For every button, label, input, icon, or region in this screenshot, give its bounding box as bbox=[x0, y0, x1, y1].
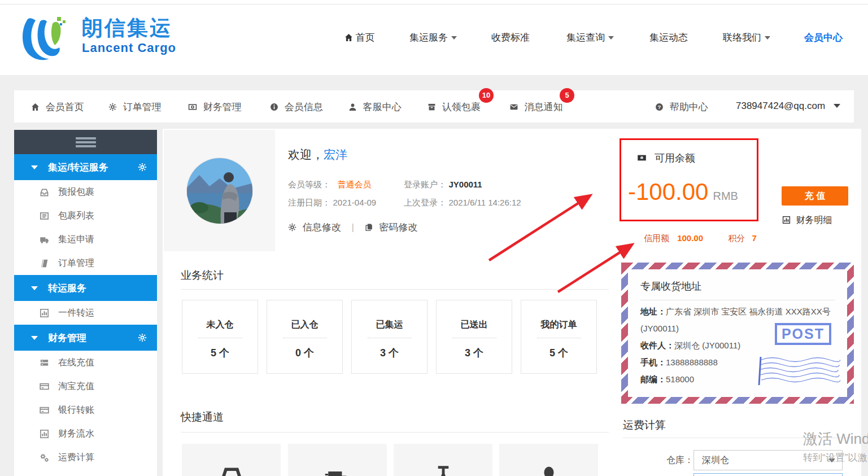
balance-box: 1 可用余额 -100.00RMB bbox=[620, 138, 758, 221]
chevron-down-icon bbox=[608, 36, 614, 40]
sidebar-item-package-list[interactable]: 包裹列表 bbox=[14, 204, 157, 228]
topnav-contact[interactable]: 联络我们 bbox=[723, 31, 770, 44]
sidebar-item-finance-flow[interactable]: 财务流水 bbox=[14, 422, 157, 446]
sidebar-item-consolidation-apply[interactable]: 集运申请 bbox=[14, 228, 157, 251]
register-date-value: 2021-04-09 bbox=[333, 198, 376, 207]
book-icon bbox=[40, 259, 49, 268]
finance-detail-link[interactable]: 财务明细 bbox=[782, 215, 832, 226]
mnav-notifications[interactable]: 消息通知 bbox=[509, 101, 563, 113]
member-level-row: 会员等级： 普通会员 bbox=[288, 180, 371, 190]
quick-card-service[interactable] bbox=[499, 444, 598, 476]
topnav-pricing[interactable]: 收费标准 bbox=[491, 31, 530, 44]
sidebar-item-freight-calc[interactable]: 运费计算 bbox=[14, 446, 157, 469]
welcome-line: 欢迎，宏洋 bbox=[288, 147, 347, 163]
sidebar-item-my-points[interactable]: 我的积分 bbox=[14, 469, 157, 476]
topnav-home[interactable]: 首页 bbox=[344, 31, 375, 44]
gear-icon[interactable] bbox=[138, 333, 147, 342]
mnav-orders[interactable]: 订单管理 bbox=[108, 101, 162, 113]
copy-icon bbox=[365, 223, 373, 232]
avatar-block bbox=[164, 130, 275, 251]
quick-card-forecast[interactable] bbox=[182, 444, 281, 476]
mnav-help-center[interactable]: ? 帮助中心 bbox=[655, 101, 708, 113]
money-icon bbox=[188, 103, 197, 111]
card-icon bbox=[40, 382, 49, 391]
package-icon bbox=[428, 103, 436, 111]
chart-icon bbox=[782, 216, 791, 224]
account-email: 738947424@qq.com bbox=[736, 101, 825, 111]
sidebar-item-forecast-package[interactable]: 预报包裹 bbox=[14, 180, 157, 204]
freight-input[interactable] bbox=[693, 473, 843, 476]
sidebar-item-online-recharge[interactable]: 在线充值 bbox=[14, 351, 157, 374]
recharge-button[interactable]: 充 值 bbox=[782, 186, 848, 206]
balance-title: 1 可用余额 bbox=[636, 151, 695, 165]
stats-divider bbox=[181, 289, 609, 290]
svg-text:?: ? bbox=[658, 104, 661, 110]
username-link[interactable]: 宏洋 bbox=[324, 148, 347, 161]
caret-down-icon bbox=[31, 165, 38, 169]
credit-row: 信用额 100.00 积分 7 bbox=[644, 233, 757, 244]
truck-icon bbox=[40, 235, 49, 244]
card-icon bbox=[40, 405, 49, 415]
topnav-news[interactable]: 集运动态 bbox=[649, 31, 688, 44]
home-icon bbox=[344, 33, 353, 42]
address-line: 地址：广东省 深圳市 宝安区 福永街道 XXX路XX号 bbox=[640, 305, 835, 317]
logo-mark-icon bbox=[20, 16, 76, 63]
logo-text-cn: 朗信集运 bbox=[82, 16, 176, 41]
warehouse-label: 仓库： bbox=[666, 455, 693, 466]
sidebar-item-order-management[interactable]: 订单管理 bbox=[14, 251, 157, 275]
caret-down-icon bbox=[31, 286, 38, 290]
svg-text:1: 1 bbox=[641, 156, 643, 160]
member-level-value: 普通会员 bbox=[337, 180, 371, 189]
quick-card-freight-calc[interactable] bbox=[394, 444, 492, 476]
stat-card-not-in-warehouse[interactable]: 未入仓 5 个 bbox=[182, 300, 258, 374]
topnav-member-center[interactable]: 会员中心 bbox=[804, 31, 843, 44]
mnav-support[interactable]: 客服中心 bbox=[348, 101, 402, 113]
sidebar-item-single-transfer[interactable]: 一件转运 bbox=[14, 301, 157, 325]
sidebar-section-consolidation[interactable]: 集运/转运服务 bbox=[14, 154, 157, 180]
sidebar-section-transfer[interactable]: 转运服务 bbox=[14, 275, 157, 301]
stat-card-consolidated[interactable]: 已集运 3 个 bbox=[351, 300, 428, 374]
login-account-value: JY00011 bbox=[448, 180, 482, 189]
gear-icon[interactable] bbox=[138, 163, 147, 172]
balance-currency: RMB bbox=[713, 190, 738, 202]
mnav-member-info[interactable]: 会员信息 bbox=[270, 101, 323, 113]
stat-card-shipped[interactable]: 已送出 3 个 bbox=[436, 300, 512, 374]
sidebar-item-bank-transfer[interactable]: 银行转账 bbox=[14, 398, 157, 422]
sidebar-collapse-button[interactable] bbox=[14, 130, 157, 154]
gear-icon bbox=[108, 103, 117, 111]
avatar[interactable] bbox=[186, 158, 253, 224]
caret-down-icon bbox=[31, 336, 38, 340]
mnav-finance[interactable]: 财务管理 bbox=[188, 101, 242, 113]
brand-logo[interactable]: 朗信集运 Lancent Cargo bbox=[20, 16, 176, 63]
address-card: 专属收货地址 地址：广东省 深圳市 宝安区 福永街道 XXX路XX号 (JY00… bbox=[621, 263, 854, 404]
hamburger-icon bbox=[76, 136, 96, 149]
edit-info-link[interactable]: 信息修改 bbox=[288, 222, 343, 233]
points-value: 7 bbox=[752, 233, 756, 243]
welcome-label: 欢迎， bbox=[288, 148, 324, 161]
stat-card-in-warehouse[interactable]: 已入仓 0 个 bbox=[267, 300, 343, 374]
windows-activation-watermark: 激活 Wind 转到“设置”以激 bbox=[803, 429, 868, 464]
money-icon: 1 bbox=[636, 153, 647, 163]
quick-card-consolidation[interactable] bbox=[288, 444, 387, 476]
topnav-tracking[interactable]: 集运查询 bbox=[566, 31, 614, 44]
topnav-services[interactable]: 集运服务 bbox=[409, 31, 457, 44]
stats-title: 业务统计 bbox=[181, 268, 224, 283]
inbox-icon bbox=[40, 187, 49, 197]
info-icon bbox=[270, 103, 278, 111]
post-stamp: POST bbox=[775, 323, 831, 345]
stat-card-my-orders[interactable]: 我的订单 5 个 bbox=[521, 300, 597, 374]
server-icon bbox=[40, 358, 49, 368]
person-icon bbox=[534, 464, 564, 476]
address-title: 专属收货地址 bbox=[640, 280, 835, 293]
edit-password-link[interactable]: 密码修改 bbox=[365, 222, 418, 233]
member-nav: 会员首页 订单管理 财务管理 会员信息 客服中心 认领包裹 消息通知 10 5 … bbox=[14, 90, 854, 123]
quick-title: 快捷通道 bbox=[181, 410, 224, 425]
mnav-claim-package[interactable]: 认领包裹 bbox=[428, 101, 481, 113]
last-login-value: 2021/6/11 14:26:12 bbox=[448, 198, 521, 207]
mnav-member-home[interactable]: 会员首页 bbox=[31, 101, 84, 113]
sidebar: 集运/转运服务 预报包裹 包裹列表 集运申请 订单管理 转运服务 一件转运 财务… bbox=[14, 130, 157, 476]
account-menu[interactable]: 738947424@qq.com bbox=[736, 101, 840, 112]
sidebar-item-taobao-recharge[interactable]: 淘宝充值 bbox=[14, 374, 157, 398]
sidebar-section-finance[interactable]: 财务管理 bbox=[14, 325, 157, 351]
credit-value: 100.00 bbox=[677, 233, 703, 243]
